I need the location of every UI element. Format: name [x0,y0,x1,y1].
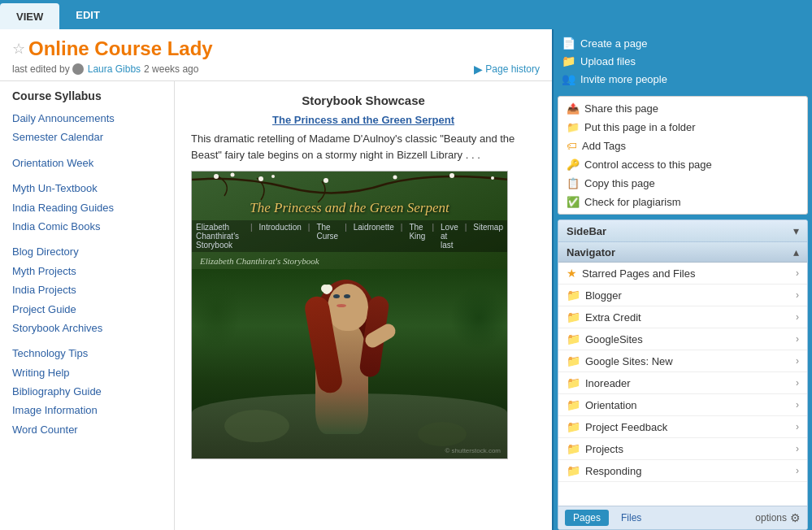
upload-files-button[interactable]: 📁 Upload files [562,52,804,70]
nav-item-googlesites-new[interactable]: 📁 Google Sites: New › [558,350,807,372]
page-header: ☆ Online Course Lady last edited by Laur… [0,29,552,81]
image-nav-intro[interactable]: Elizabeth Chanthirat's Storybook [196,223,244,250]
image-nav-king[interactable]: The King [409,223,425,250]
navigator-header[interactable]: Navigator ▴ [558,242,807,263]
page-title: Online Course Lady [28,37,213,60]
nav-link-writing-help[interactable]: Writing Help [12,363,162,382]
chevron-right-icon: › [796,399,799,411]
image-nav-introduction[interactable]: Introduction [259,223,302,250]
invite-people-icon: 👥 [562,72,575,85]
chevron-right-icon: › [796,421,799,432]
nav-link-semester-calendar[interactable]: Semester Calendar [12,128,162,146]
nav-item-orientation[interactable]: 📁 Orientation › [558,394,807,416]
chevron-right-icon: › [796,355,799,367]
sidebar-widget: SideBar ▾ Navigator ▴ ★ Starred Pages an… [558,219,808,530]
page-time-ago: 2 weeks ago [144,63,198,75]
folder-icon: 📁 [567,420,580,433]
add-tags-icon: 🏷 [567,140,577,152]
story-image-photo: © shutterstock.com [192,269,507,458]
files-tab[interactable]: Files [613,510,649,526]
image-nav-laidronette[interactable]: Laidronette [354,223,394,250]
nav-link-india-reading-guides[interactable]: India Reading Guides [12,198,162,217]
nav-link-blog-directory[interactable]: Blog Directory [12,242,162,261]
folder-icon: 📁 [567,354,580,367]
nav-link-india-projects[interactable]: India Projects [12,280,162,299]
nav-link-india-comic-books[interactable]: India Comic Books [12,217,162,236]
image-nav-love[interactable]: Love at last [441,223,458,250]
story-image-title: The Princess and the Green Serpent [250,200,449,215]
chevron-right-icon: › [796,311,799,323]
page-star-icon[interactable]: ☆ [12,40,25,58]
nav-item-starred[interactable]: ★ Starred Pages and Files › [558,263,807,285]
nav-group-1: Daily Announcements Semester Calendar [12,109,162,147]
nav-group-4: Blog Directory Myth Projects India Proje… [12,242,162,337]
control-access-item[interactable]: 🔑 Control access to this page [558,155,807,174]
nav-item-projects[interactable]: 📁 Projects › [558,438,807,460]
folder-icon: 📁 [567,332,580,345]
add-tags-item[interactable]: 🏷 Add Tags [558,137,807,155]
story-image-container: The Princess and the Green Serpent Eliza… [191,171,508,459]
nav-item-blogger[interactable]: 📁 Blogger › [558,285,807,306]
control-access-icon: 🔑 [567,159,580,171]
check-plagiarism-icon: ✅ [567,196,580,208]
invite-people-button[interactable]: 👥 Invite more people [562,70,804,88]
check-plagiarism-item[interactable]: ✅ Check for plagiarism [558,193,807,211]
navigator-collapse-icon: ▴ [793,245,799,258]
copy-page-item[interactable]: 📋 Copy this page [558,174,807,193]
folder-icon: 📁 [567,398,580,411]
image-nav-curse[interactable]: The Curse [316,223,338,250]
pages-tab[interactable]: Pages [565,510,609,526]
folder-icon: 📁 [567,442,580,455]
action-dropdown: 📤 Share this page 📁 Put this page in a f… [558,96,808,215]
nav-link-bibliography-guide[interactable]: Bibliography Guide [12,382,162,401]
nav-item-project-feedback[interactable]: 📁 Project Feedback › [558,416,807,438]
nav-link-orientation-week[interactable]: Orientation Week [12,154,162,172]
nav-item-extra-credit[interactable]: 📁 Extra Credit › [558,306,807,328]
page-history-button[interactable]: ▶ Page history [474,63,540,76]
copy-page-icon: 📋 [567,177,580,189]
nav-item-responding[interactable]: 📁 Responding › [558,460,807,482]
story-title-link[interactable]: The Princess and the Green Serpent [191,114,536,126]
nav-link-storybook-archives[interactable]: Storybook Archives [12,319,162,337]
create-page-icon: 📄 [562,37,575,50]
gear-icon: ⚙ [790,511,801,524]
chevron-right-icon: › [796,267,799,279]
folder-icon: 📁 [567,311,580,324]
page-author-link[interactable]: Laura Gibbs [88,63,141,75]
story-description: This dramatic retelling of Madame D'Auln… [191,131,536,163]
options-button[interactable]: options ⚙ [755,511,801,524]
sidebar-widget-header[interactable]: SideBar ▾ [558,220,807,242]
nav-item-inoreader[interactable]: 📁 Inoreader › [558,372,807,394]
nav-link-image-information[interactable]: Image Information [12,401,162,419]
folder-icon: 📁 [567,289,580,302]
image-nav-sitemap[interactable]: Sitemap [473,223,503,250]
tab-edit[interactable]: EDIT [59,0,116,29]
chevron-right-icon: › [796,377,799,389]
nav-link-myth-untextbook[interactable]: Myth Un-Textbook [12,179,162,198]
put-in-folder-item[interactable]: 📁 Put this page in a folder [558,118,807,137]
create-page-button[interactable]: 📄 Create a page [562,34,804,52]
share-page-icon: 📤 [567,102,580,115]
star-icon: ★ [567,267,577,280]
chevron-right-icon: › [796,465,799,476]
right-panel: 📄 Create a page 📁 Upload files 👥 Invite … [552,29,812,530]
sidebar-widget-label: SideBar [567,225,606,237]
nav-link-technology-tips[interactable]: Technology Tips [12,344,162,363]
page-meta-prefix: last edited by [12,63,70,75]
sidebar-collapse-icon: ▾ [793,224,799,237]
nav-link-myth-projects[interactable]: Myth Projects [12,262,162,280]
nav-item-googlesites[interactable]: 📁 GoogleSites › [558,328,807,350]
upload-files-icon: 📁 [562,54,575,67]
image-subtitle: Elizabeth Chanthirat's Storybook [200,256,319,266]
nav-group-5: Technology Tips Writing Help Bibliograph… [12,344,162,439]
share-page-item[interactable]: 📤 Share this page [558,99,807,118]
tab-view[interactable]: VIEW [0,3,59,29]
nav-link-word-counter[interactable]: Word Counter [12,420,162,439]
chevron-right-icon: › [796,333,799,345]
nav-group-3: Myth Un-Textbook India Reading Guides In… [12,179,162,236]
pages-files-footer: Pages Files options ⚙ [558,506,807,529]
folder-icon: 📁 [567,376,580,389]
nav-link-daily-announcements[interactable]: Daily Announcements [12,109,162,128]
navigator-label: Navigator [567,246,615,258]
nav-link-project-guide[interactable]: Project Guide [12,300,162,319]
